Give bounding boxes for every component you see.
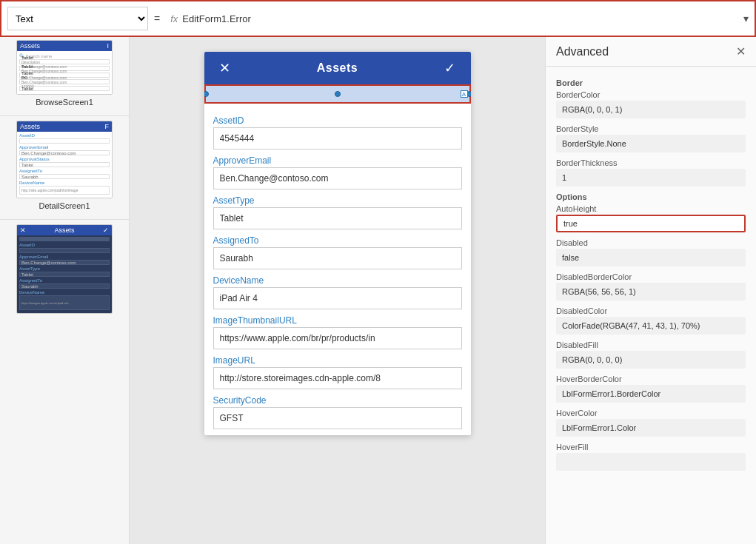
detail-screen-thumbnail: Assets F AssetID ApproverEmail Ben.Chang… — [16, 121, 113, 198]
prop-label-autoheight: AutoHeight — [556, 204, 746, 213]
edit-thumb-lbl1: AssetID — [19, 243, 110, 247]
detail-thumb-icon: F — [105, 123, 110, 130]
detail-thumb-lbl3: ApprovalStatus — [19, 157, 110, 161]
browse-screen-item[interactable]: ··· Assets I 🔍 Search name Tablet Descri… — [0, 37, 129, 114]
field-input-imagethumb[interactable] — [213, 327, 462, 349]
edit-thumb-url: https://images.apple.com/v/ipad-air/... — [21, 301, 70, 305]
detail-thumb-lbl5: DeviceName — [19, 181, 110, 185]
browse-screen-thumbnail: Assets I 🔍 Search name Tablet Descriptio… — [16, 40, 113, 95]
prop-row-borderstyle: BorderStyle BorderStyle.None — [556, 124, 746, 152]
field-input-assettype[interactable] — [213, 207, 462, 229]
edit-screen-thumbnail-wrapper: ··· ✕ Assets ✓ AssetID ApproverEmail Ben… — [16, 224, 113, 314]
detail-thumb-field3: Tablet — [19, 162, 110, 167]
field-input-assignedto[interactable] — [213, 247, 462, 269]
detail-screen-dots-btn[interactable]: ··· — [17, 122, 23, 130]
prop-row-disabledbordercolor: DisabledBorderColor RGBA(56, 56, 56, 1) — [556, 272, 746, 300]
formula-chevron-icon[interactable]: ▾ — [743, 13, 749, 24]
prop-label-disabledcolor: DisabledColor — [556, 306, 746, 315]
prop-value-hoverbordercolor[interactable]: LblFormError1.BorderColor — [556, 385, 746, 403]
edit-thumb-lbl2: ApproverEmail — [19, 255, 110, 259]
detail-thumb-url: http://site.apple.com/path/to/image — [21, 188, 78, 192]
section-options: Options — [556, 192, 746, 201]
browse-thumb-row4: PC Ben.Change@contoso.com 123000 — [19, 79, 110, 84]
prop-label-borderthickness: BorderThickness — [556, 158, 746, 167]
formula-bar: Text = fx ▾ — [0, 0, 756, 37]
selection-bar: A — [204, 84, 471, 104]
left-panel: ··· Assets I 🔍 Search name Tablet Descri… — [0, 37, 130, 544]
main-content: ··· Assets I 🔍 Search name Tablet Descri… — [0, 37, 756, 544]
field-label-approveremail: ApproverEmail — [213, 155, 462, 166]
edit-thumb-check: ✓ — [103, 226, 109, 234]
detail-thumb-header: Assets F — [17, 121, 112, 132]
prop-row-hoverbordercolor: HoverBorderColor LblFormError1.BorderCol… — [556, 375, 746, 403]
field-label-assetid: AssetID — [213, 115, 462, 126]
detail-thumb-lbl1: AssetID — [19, 133, 110, 138]
detail-screen-thumbnail-wrapper: ··· Assets F AssetID ApproverEmail Ben.C… — [16, 121, 113, 198]
edit-thumb-field3: Tablet — [19, 272, 110, 277]
edit-thumb-title: Assets — [54, 226, 74, 234]
detail-thumb-field5: http://site.apple.com/path/to/image — [19, 186, 110, 195]
right-panel-header: Advanced ✕ — [546, 37, 756, 67]
field-input-securitycode[interactable] — [213, 407, 462, 429]
canvas-area: ✕ Assets ✓ A AssetID ApproverEmail Asset… — [130, 37, 545, 544]
form-header: ✕ Assets ✓ — [204, 52, 471, 84]
screen-divider-1 — [0, 115, 129, 116]
detail-thumb-body: AssetID ApproverEmail Ben.Change@contoso… — [17, 132, 112, 198]
prop-label-bordercolor: BorderColor — [556, 90, 746, 99]
selection-dot-center — [335, 91, 341, 97]
browse-screen-dots-btn[interactable]: ··· — [17, 41, 23, 50]
edit-screen-dots-btn[interactable]: ··· — [17, 226, 23, 234]
form-check-button[interactable]: ✓ — [441, 60, 458, 76]
prop-row-borderthickness: BorderThickness 1 — [556, 158, 746, 187]
browse-thumb-header: Assets I — [17, 41, 112, 51]
field-input-approveremail[interactable] — [213, 167, 462, 189]
edit-thumb-field2: Ben.Change@contoso.com — [19, 260, 110, 265]
equals-sign: = — [148, 13, 166, 24]
prop-value-borderthickness[interactable]: 1 — [556, 169, 746, 187]
prop-row-autoheight: AutoHeight true — [556, 204, 746, 232]
prop-label-disabledbordercolor: DisabledBorderColor — [556, 272, 746, 281]
field-label-devicename: DeviceName — [213, 275, 462, 286]
prop-row-hoverfill: HoverFill — [556, 443, 746, 471]
prop-value-hovercolor[interactable]: LblFormError1.Color — [556, 419, 746, 437]
field-input-devicename[interactable] — [213, 287, 462, 309]
detail-thumb-field1 — [19, 138, 110, 144]
detail-thumb-lbl2: ApproverEmail — [19, 145, 110, 150]
edit-thumb-field1 — [19, 248, 110, 253]
prop-label-hovercolor: HoverColor — [556, 409, 746, 417]
form-close-button[interactable]: ✕ — [216, 60, 233, 76]
formula-input[interactable] — [182, 7, 743, 30]
edit-thumb-field5: https://images.apple.com/v/ipad-air/... — [19, 295, 110, 310]
detail-screen-item[interactable]: ··· Assets F AssetID ApproverEmail Ben.C… — [0, 118, 129, 218]
prop-value-disabled[interactable]: false — [556, 249, 746, 266]
prop-value-autoheight[interactable]: true — [556, 215, 746, 232]
field-label-imageurl: ImageURL — [213, 355, 462, 366]
browse-row5-label: Tablet — [21, 87, 33, 91]
prop-row-disabledfill: DisabledFill RGBA(0, 0, 0, 0) — [556, 340, 746, 369]
prop-label-hoverbordercolor: HoverBorderColor — [556, 375, 746, 383]
prop-value-bordercolor[interactable]: RGBA(0, 0, 0, 1) — [556, 101, 746, 118]
prop-value-borderstyle[interactable]: BorderStyle.None — [556, 135, 746, 152]
field-input-assetid[interactable] — [213, 127, 462, 150]
edit-screen-item[interactable]: ··· ✕ Assets ✓ AssetID ApproverEmail Ben… — [0, 221, 129, 320]
edit-thumb-lbl5: DeviceName — [19, 290, 110, 295]
edit-thumb-lbl3: AssetType — [19, 266, 110, 271]
field-label-imagethumb: ImageThumbnailURL — [213, 315, 462, 326]
section-border: Border — [556, 78, 746, 87]
field-input-imageurl[interactable] — [213, 367, 462, 389]
formula-property-select[interactable]: Text — [7, 7, 148, 30]
edit-thumb-lbl4: AssignedTo — [19, 278, 110, 283]
edit-thumb-field4: Saurabh — [19, 283, 110, 289]
selection-dot-left — [204, 91, 209, 97]
prop-label-disabledfill: DisabledFill — [556, 340, 746, 349]
browse-screen-thumbnail-wrapper: ··· Assets I 🔍 Search name Tablet Descri… — [16, 40, 113, 95]
prop-label-borderstyle: BorderStyle — [556, 124, 746, 133]
right-panel-close-button[interactable]: ✕ — [736, 44, 746, 58]
prop-value-disabledbordercolor[interactable]: RGBA(56, 56, 56, 1) — [556, 283, 746, 300]
prop-value-hoverfill[interactable] — [556, 453, 746, 471]
right-panel-title: Advanced — [556, 45, 609, 58]
prop-value-disabledcolor[interactable]: ColorFade(RGBA(47, 41, 43, 1), 70%) — [556, 317, 746, 335]
field-label-assignedto: AssignedTo — [213, 235, 462, 246]
edit-screen-thumbnail: ✕ Assets ✓ AssetID ApproverEmail Ben.Cha… — [16, 224, 113, 314]
prop-value-disabledfill[interactable]: RGBA(0, 0, 0, 0) — [556, 351, 746, 369]
